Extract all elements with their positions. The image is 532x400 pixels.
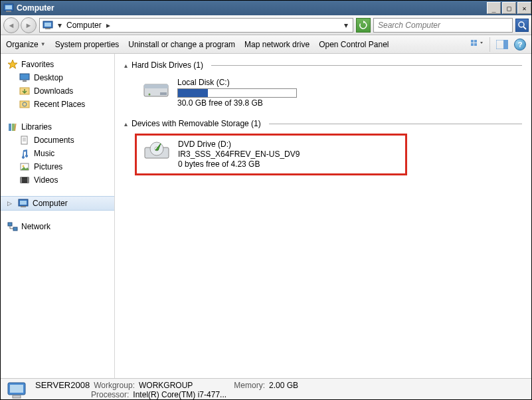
libraries-label: Libraries xyxy=(21,122,52,132)
svg-rect-2 xyxy=(6,11,11,12)
computer-icon xyxy=(43,20,53,31)
drive-dvd-d[interactable]: DVD Drive (D:) IR3_SSS_X64FREV_EN-US_DV9… xyxy=(138,137,404,172)
capacity-bar xyxy=(177,88,297,98)
recent-places-icon xyxy=(19,99,30,110)
refresh-icon xyxy=(359,21,368,30)
svg-rect-5 xyxy=(45,28,50,29)
search-input[interactable] xyxy=(375,21,511,30)
sidebar-item-pictures[interactable]: Pictures xyxy=(1,160,114,173)
drive-name: Local Disk (C:) xyxy=(177,78,297,88)
command-toolbar: Organize ▼ System properties Uninstall o… xyxy=(1,35,531,54)
details-pane: SERVER2008 Workgroup: WORKGROUP Memory: … xyxy=(1,378,531,400)
refresh-button[interactable] xyxy=(356,18,371,33)
uninstall-program-button[interactable]: Uninstall or change a program xyxy=(128,40,235,49)
address-history-dropdown[interactable]: ▾ xyxy=(342,21,350,30)
open-control-panel-button[interactable]: Open Control Panel xyxy=(319,40,389,49)
window-titlebar: Computer _ □ ✕ xyxy=(1,1,531,15)
svg-rect-30 xyxy=(27,177,29,183)
map-network-drive-button[interactable]: Map network drive xyxy=(244,40,310,49)
documents-icon xyxy=(19,135,30,146)
drive-local-disk-c[interactable]: Local Disk (C:) 30.0 GB free of 39.8 GB xyxy=(137,75,522,111)
search-box[interactable] xyxy=(373,18,513,33)
svg-rect-1 xyxy=(5,5,12,9)
favorites-header[interactable]: Favorites xyxy=(1,58,114,71)
back-button[interactable]: ◄ xyxy=(3,17,19,33)
drive-volume-label: IR3_SSS_X64FREV_EN-US_DV9 xyxy=(178,150,300,159)
svg-rect-22 xyxy=(21,136,27,144)
navigation-bar: ◄ ► ▾ Computer ▸ ▾ xyxy=(1,15,531,35)
hdd-section-header[interactable]: ▴ Hard Disk Drives (1) xyxy=(124,60,522,70)
computer-icon xyxy=(18,198,29,209)
svg-rect-19 xyxy=(9,124,11,131)
forward-button[interactable]: ► xyxy=(21,17,37,33)
status-workgroup: WORKGROUP xyxy=(139,381,193,390)
sidebar-item-computer[interactable]: ▷ Computer xyxy=(1,196,114,211)
chevron-down-icon[interactable]: ▾ xyxy=(56,21,64,30)
sidebar-item-desktop[interactable]: Desktop xyxy=(1,71,114,84)
close-button[interactable]: ✕ xyxy=(517,2,531,14)
svg-rect-33 xyxy=(21,206,26,207)
svg-rect-37 xyxy=(144,84,168,88)
sidebar-item-documents[interactable]: Documents xyxy=(1,134,114,147)
svg-rect-44 xyxy=(10,385,23,393)
view-options-button[interactable] xyxy=(470,37,486,52)
removable-section-header[interactable]: ▴ Devices with Removable Storage (1) xyxy=(124,119,522,128)
svg-rect-29 xyxy=(21,177,22,183)
status-memory-label: Memory: xyxy=(234,381,265,390)
dvd-drive-icon xyxy=(142,140,171,163)
videos-icon xyxy=(19,175,30,185)
breadcrumb-chevron-icon[interactable]: ▸ xyxy=(104,21,112,30)
svg-point-6 xyxy=(519,22,524,27)
svg-rect-15 xyxy=(23,80,27,82)
search-icon xyxy=(517,21,527,30)
svg-rect-34 xyxy=(8,223,12,226)
status-processor-label: Processor: xyxy=(91,390,129,399)
libraries-header[interactable]: Libraries xyxy=(1,120,114,134)
music-icon xyxy=(19,148,30,159)
sidebar-item-downloads[interactable]: Downloads xyxy=(1,84,114,98)
star-icon xyxy=(7,59,18,70)
chevron-down-icon: ▼ xyxy=(41,41,46,47)
computer-large-icon xyxy=(6,380,30,400)
svg-rect-11 xyxy=(474,43,477,46)
sidebar-item-music[interactable]: Music xyxy=(1,147,114,160)
drive-free-space: 30.0 GB free of 39.8 GB xyxy=(177,98,297,108)
libraries-icon xyxy=(7,122,18,132)
organize-menu[interactable]: Organize ▼ xyxy=(6,40,46,49)
address-bar[interactable]: ▾ Computer ▸ ▾ xyxy=(39,18,353,33)
window-title: Computer xyxy=(17,3,54,13)
pictures-icon xyxy=(19,161,30,172)
collapse-caret-icon[interactable]: ▴ xyxy=(124,62,128,69)
status-workgroup-label: Workgroup: xyxy=(94,381,135,390)
downloads-icon xyxy=(19,86,30,96)
sidebar-item-videos[interactable]: Videos xyxy=(1,173,114,187)
hard-drive-icon xyxy=(141,78,171,102)
collapse-caret-icon[interactable]: ▴ xyxy=(124,120,128,128)
sidebar-item-network[interactable]: Network xyxy=(1,220,114,233)
favorites-label: Favorites xyxy=(21,60,54,69)
svg-rect-8 xyxy=(471,40,474,43)
maximize-button[interactable]: □ xyxy=(502,2,516,14)
minimize-button[interactable]: _ xyxy=(487,2,501,14)
preview-pane-icon xyxy=(496,40,508,49)
help-button[interactable]: ? xyxy=(514,39,526,50)
expand-arrow-icon[interactable]: ▷ xyxy=(7,200,14,207)
computer-icon xyxy=(3,3,14,13)
svg-rect-45 xyxy=(13,395,21,398)
svg-rect-32 xyxy=(20,201,27,205)
tiles-view-icon xyxy=(471,39,484,50)
toolbar-divider xyxy=(489,37,490,52)
preview-pane-button[interactable] xyxy=(494,37,510,52)
svg-rect-13 xyxy=(503,40,508,49)
drive-free-space: 0 bytes free of 4.23 GB xyxy=(178,159,300,169)
sidebar-item-recent-places[interactable]: Recent Places xyxy=(1,98,114,111)
status-computer-name: SERVER2008 xyxy=(35,380,90,391)
svg-point-38 xyxy=(149,94,151,96)
status-memory: 2.00 GB xyxy=(269,381,298,390)
system-properties-button[interactable]: System properties xyxy=(55,40,120,49)
search-button[interactable] xyxy=(515,19,529,32)
svg-rect-14 xyxy=(20,74,29,80)
navigation-pane: Favorites Desktop Downloads Recent Place… xyxy=(1,54,115,378)
svg-rect-4 xyxy=(44,23,51,27)
svg-rect-9 xyxy=(474,40,477,43)
